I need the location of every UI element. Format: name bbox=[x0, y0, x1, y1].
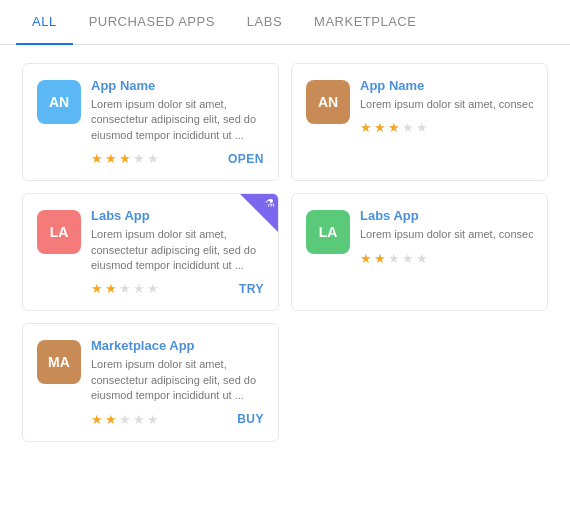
tab-all[interactable]: ALL bbox=[16, 0, 73, 45]
card-content-app2: App NameLorem ipsum dolor sit amet, cons… bbox=[360, 78, 533, 135]
app-card-app5[interactable]: MAMarketplace AppLorem ipsum dolor sit a… bbox=[22, 323, 279, 441]
app-icon-app3: LA bbox=[37, 210, 81, 254]
stars-app1: ★★★★★ bbox=[91, 151, 159, 166]
stars-app3: ★★★★★ bbox=[91, 281, 159, 296]
tab-purchased[interactable]: PURCHASED APPS bbox=[73, 0, 231, 45]
app-desc-app2: Lorem ipsum dolor sit amet, consectetur … bbox=[360, 97, 533, 112]
card-footer-app4: ★★★★★ bbox=[360, 251, 533, 266]
star-empty: ★ bbox=[147, 412, 159, 427]
card-content-app4: Labs AppLorem ipsum dolor sit amet, cons… bbox=[360, 208, 533, 265]
star-filled: ★ bbox=[105, 412, 117, 427]
star-empty: ★ bbox=[402, 120, 414, 135]
star-empty: ★ bbox=[388, 251, 400, 266]
app-grid: ANApp NameLorem ipsum dolor sit amet, co… bbox=[0, 45, 570, 460]
star-empty: ★ bbox=[133, 151, 145, 166]
star-empty: ★ bbox=[147, 151, 159, 166]
action-app5[interactable]: BUY bbox=[237, 412, 264, 426]
star-empty: ★ bbox=[133, 412, 145, 427]
star-filled: ★ bbox=[360, 251, 372, 266]
app-name-app5: Marketplace App bbox=[91, 338, 264, 353]
action-app1[interactable]: OPEN bbox=[228, 152, 264, 166]
app-card-app3[interactable]: ⚗LALabs AppLorem ipsum dolor sit amet, c… bbox=[22, 193, 279, 311]
star-filled: ★ bbox=[105, 151, 117, 166]
star-filled: ★ bbox=[91, 412, 103, 427]
stars-app2: ★★★★★ bbox=[360, 120, 428, 135]
app-name-app4: Labs App bbox=[360, 208, 533, 223]
app-desc-app5: Lorem ipsum dolor sit amet, consectetur … bbox=[91, 357, 264, 403]
app-name-app3: Labs App bbox=[91, 208, 264, 223]
tab-labs[interactable]: LABS bbox=[231, 0, 298, 45]
card-footer-app2: ★★★★★ bbox=[360, 120, 533, 135]
star-filled: ★ bbox=[91, 151, 103, 166]
star-empty: ★ bbox=[133, 281, 145, 296]
star-empty: ★ bbox=[119, 281, 131, 296]
stars-app4: ★★★★★ bbox=[360, 251, 428, 266]
star-empty: ★ bbox=[119, 412, 131, 427]
app-desc-app3: Lorem ipsum dolor sit amet, consectetur … bbox=[91, 227, 264, 273]
app-icon-app5: MA bbox=[37, 340, 81, 384]
star-filled: ★ bbox=[374, 120, 386, 135]
star-filled: ★ bbox=[374, 251, 386, 266]
app-name-app2: App Name bbox=[360, 78, 533, 93]
star-filled: ★ bbox=[388, 120, 400, 135]
card-content-app3: Labs AppLorem ipsum dolor sit amet, cons… bbox=[91, 208, 264, 296]
card-content-app5: Marketplace AppLorem ipsum dolor sit ame… bbox=[91, 338, 264, 426]
app-icon-app2: AN bbox=[306, 80, 350, 124]
app-icon-app4: LA bbox=[306, 210, 350, 254]
star-filled: ★ bbox=[91, 281, 103, 296]
app-icon-app1: AN bbox=[37, 80, 81, 124]
star-filled: ★ bbox=[105, 281, 117, 296]
app-card-app4[interactable]: LALabs AppLorem ipsum dolor sit amet, co… bbox=[291, 193, 548, 311]
app-desc-app1: Lorem ipsum dolor sit amet, consectetur … bbox=[91, 97, 264, 143]
labs-flask-icon: ⚗ bbox=[265, 197, 275, 210]
app-desc-app4: Lorem ipsum dolor sit amet, consectetur … bbox=[360, 227, 533, 242]
card-footer-app3: ★★★★★TRY bbox=[91, 281, 264, 296]
action-app3[interactable]: TRY bbox=[239, 282, 264, 296]
card-footer-app5: ★★★★★BUY bbox=[91, 412, 264, 427]
stars-app5: ★★★★★ bbox=[91, 412, 159, 427]
card-footer-app1: ★★★★★OPEN bbox=[91, 151, 264, 166]
card-content-app1: App NameLorem ipsum dolor sit amet, cons… bbox=[91, 78, 264, 166]
star-empty: ★ bbox=[416, 120, 428, 135]
tab-marketplace[interactable]: MARKETPLACE bbox=[298, 0, 432, 45]
app-card-app2[interactable]: ANApp NameLorem ipsum dolor sit amet, co… bbox=[291, 63, 548, 181]
star-empty: ★ bbox=[147, 281, 159, 296]
star-empty: ★ bbox=[416, 251, 428, 266]
app-card-app1[interactable]: ANApp NameLorem ipsum dolor sit amet, co… bbox=[22, 63, 279, 181]
app-name-app1: App Name bbox=[91, 78, 264, 93]
star-filled: ★ bbox=[119, 151, 131, 166]
tabs-container: ALLPURCHASED APPSLABSMARKETPLACE bbox=[0, 0, 570, 45]
star-filled: ★ bbox=[360, 120, 372, 135]
star-empty: ★ bbox=[402, 251, 414, 266]
